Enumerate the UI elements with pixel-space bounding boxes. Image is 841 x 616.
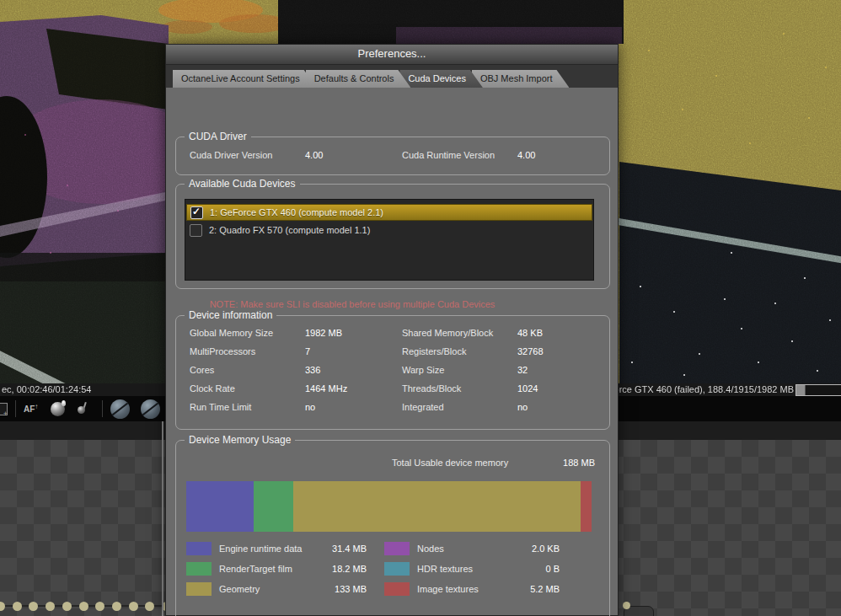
info-value: 7 (305, 346, 402, 356)
memory-usage-bar (186, 481, 592, 532)
legend-swatch-rendertarget-film (186, 562, 212, 576)
legend-label: HDR textures (410, 564, 492, 574)
cuda-driver-group: CUDA Driver Cuda Driver Version 4.00 Cud… (175, 137, 610, 175)
toolbar-separator (102, 400, 103, 417)
preferences-dialog: Preferences... OctaneLive Account Settin… (165, 44, 619, 616)
legend-label: Engine runtime data (212, 544, 312, 554)
device-label: 2: Quadro FX 570 (compute model 1.1) (209, 225, 370, 235)
keyframe-dot[interactable] (112, 602, 121, 611)
render-region-icon[interactable] (0, 403, 8, 415)
info-value: no (517, 402, 609, 412)
info-label: Integrated (402, 402, 517, 412)
info-value: 32 (517, 365, 609, 375)
bar-segment-geometry (293, 481, 581, 532)
legend-swatch-geometry (186, 582, 212, 596)
render-time-status: ec, 00:02:46/01:24:54 (2, 383, 91, 396)
available-devices-group: Available Cuda Devices 1: GeForce GTX 46… (175, 184, 610, 289)
legend-swatch-nodes (384, 542, 410, 555)
keyframe-dot[interactable] (29, 602, 38, 611)
render-progress-bar (795, 384, 841, 396)
info-label: Run Time Limit (190, 402, 305, 412)
device-label: 1: GeForce GTX 460 (compute model 2.1) (210, 207, 383, 217)
tab-cuda-devices[interactable]: Cuda Devices (399, 70, 482, 88)
group-label: CUDA Driver (185, 131, 251, 143)
info-value: 1464 MHz (305, 383, 402, 394)
memory-legend: Engine runtime data 31.4 MB Nodes 2.0 KB… (176, 542, 609, 603)
dialog-title: Preferences... (358, 47, 426, 60)
node-pin-icon[interactable] (623, 602, 630, 609)
legend-label: Geometry (212, 584, 312, 594)
keyframe-dot[interactable] (79, 602, 88, 611)
device-row-gtx460[interactable]: 1: GeForce GTX 460 (compute model 2.1) (186, 204, 592, 221)
graph-node[interactable] (624, 606, 654, 616)
legend-label: RenderTarget film (212, 564, 312, 574)
sphere-disabled-icon[interactable] (110, 399, 130, 419)
legend-swatch-image-textures (384, 582, 410, 596)
group-label: Device Memory Usage (185, 434, 295, 447)
sli-warning-note: NOTE: Make sure SLI is disabled before u… (175, 299, 529, 309)
info-value: 1024 (517, 383, 609, 394)
focus-picker-icon[interactable] (78, 402, 91, 415)
legend-label: Image textures (410, 584, 492, 594)
info-value: 48 KB (517, 328, 609, 338)
legend-value: 31.4 MB (312, 544, 367, 554)
group-label: Device information (185, 309, 276, 322)
info-label: Shared Memory/Block (402, 328, 517, 338)
legend-value: 18.2 MB (312, 564, 367, 574)
device-information-group: Device information Global Memory Size 19… (175, 315, 610, 430)
material-ball-icon[interactable] (51, 402, 65, 416)
info-value: 1982 MB (305, 328, 402, 338)
legend-swatch-engine-runtime (186, 542, 212, 555)
total-usable-memory-label: Total Usable device memory (392, 458, 508, 468)
info-label: MultiProcessors (190, 346, 305, 356)
preferences-tabbar: OctaneLive Account Settings Defaults & C… (166, 65, 618, 88)
cuda-device-list: 1: GeForce GTX 460 (compute model 2.1) 2… (185, 199, 594, 281)
info-value: no (305, 402, 402, 412)
autofocus-icon[interactable]: AF↑ (24, 403, 38, 414)
sphere-disabled-alt-icon[interactable] (141, 399, 160, 419)
info-label: Cores (190, 365, 305, 375)
timeline-track[interactable] (0, 595, 165, 616)
info-value: 32768 (517, 346, 609, 356)
cuda-driver-version-label: Cuda Driver Version (190, 150, 305, 160)
info-label: Clock Rate (190, 383, 305, 394)
info-label: Global Memory Size (190, 328, 305, 338)
keyframe-dot[interactable] (62, 602, 72, 611)
device-row-quadro570[interactable]: 2: Quadro FX 570 (compute model 1.1) (186, 222, 592, 238)
device-checkbox-checked[interactable] (190, 206, 203, 219)
keyframe-dot[interactable] (0, 602, 5, 611)
cuda-driver-version-value: 4.00 (305, 150, 402, 160)
bar-segment-rendertarget-film (254, 481, 293, 532)
bar-segment-engine-runtime (186, 481, 254, 532)
group-label: Available Cuda Devices (185, 178, 300, 190)
tab-obj-mesh-import[interactable]: OBJ Mesh Import (472, 70, 570, 88)
info-label: Warp Size (402, 365, 517, 375)
legend-value: 5.2 MB (492, 584, 560, 594)
legend-value: 2.0 KB (492, 544, 560, 554)
keyframe-dot[interactable] (129, 602, 138, 611)
cuda-runtime-version-label: Cuda Runtime Version (402, 150, 517, 160)
dialog-titlebar[interactable]: Preferences... (166, 45, 618, 65)
panel-divider[interactable] (162, 421, 163, 616)
device-memory-usage-group: Device Memory Usage Total Usable device … (175, 440, 610, 616)
keyframe-dot[interactable] (145, 602, 154, 611)
app-window: ec, 00:02:46/01:24:54 ris, GeForce GTX 4… (0, 0, 841, 616)
legend-value: 133 MB (312, 584, 367, 594)
cuda-runtime-version-value: 4.00 (517, 150, 609, 160)
info-value: 336 (305, 365, 402, 375)
total-usable-memory-value: 188 MB (563, 458, 595, 468)
status-progress-fill (796, 385, 806, 395)
tab-defaults-controls[interactable]: Defaults & Controls (306, 70, 411, 88)
info-label: Registers/Block (402, 346, 517, 356)
legend-value: 0 B (492, 564, 560, 574)
bar-segment-image-textures (581, 481, 592, 532)
legend-swatch-hdr-textures (384, 562, 410, 576)
info-label: Threads/Block (402, 383, 517, 394)
keyframe-dot[interactable] (46, 602, 55, 611)
device-checkbox-unchecked[interactable] (190, 224, 202, 237)
keyframe-dot[interactable] (13, 602, 22, 611)
toolbar-separator (15, 400, 16, 417)
tab-octanelive-account-settings[interactable]: OctaneLive Account Settings (173, 70, 317, 88)
tab-content-cuda-devices: CUDA Driver Cuda Driver Version 4.00 Cud… (166, 88, 618, 615)
keyframe-dot[interactable] (95, 602, 104, 611)
